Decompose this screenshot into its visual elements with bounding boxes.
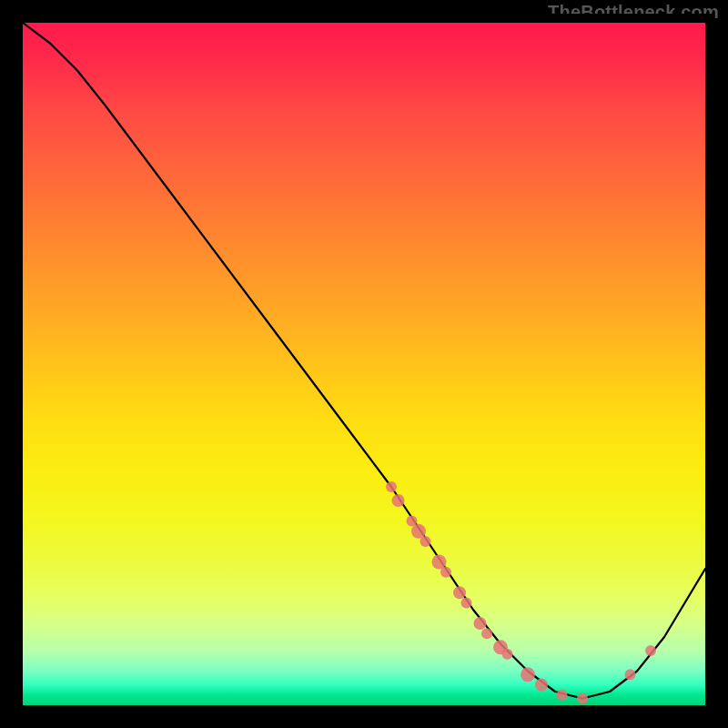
- scatter-point: [432, 555, 447, 570]
- scatter-point: [557, 690, 568, 701]
- bottleneck-curve-line: [23, 23, 705, 699]
- scatter-point: [474, 617, 487, 630]
- chart-svg: [23, 23, 705, 705]
- scatter-point: [440, 567, 451, 578]
- scatter-point: [461, 598, 472, 609]
- scatter-points-group: [386, 481, 656, 704]
- scatter-point: [535, 679, 548, 692]
- scatter-point: [577, 693, 588, 704]
- scatter-point: [481, 628, 492, 639]
- scatter-point: [521, 667, 535, 682]
- scatter-point: [645, 645, 656, 656]
- scatter-point: [386, 481, 397, 492]
- scatter-point: [453, 586, 466, 599]
- chart-plot-area: [23, 23, 705, 705]
- scatter-point: [625, 669, 636, 680]
- scatter-point: [420, 536, 431, 547]
- scatter-point: [392, 494, 405, 507]
- scatter-point: [502, 649, 513, 660]
